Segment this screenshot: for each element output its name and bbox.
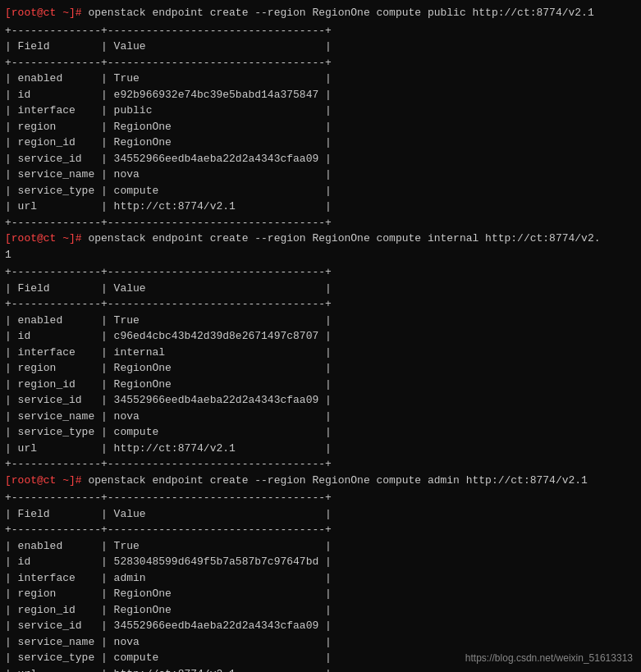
table-content: +--------------+------------------------…	[5, 264, 636, 473]
table-cmd1: +--------------+------------------------…	[5, 23, 636, 231]
table-content: +--------------+------------------------…	[5, 23, 636, 231]
watermark: https://blog.csdn.net/weixin_51613313	[465, 652, 633, 664]
table-content: +--------------+------------------------…	[5, 490, 636, 672]
command-cmd2: [root@ct ~]# openstack endpoint create -…	[5, 231, 636, 263]
command-prompt: [root@ct ~]#	[5, 7, 82, 19]
command-text: openstack endpoint create --region Regio…	[82, 474, 588, 487]
terminal-window: [root@ct ~]# openstack endpoint create -…	[0, 3, 641, 672]
command-text: openstack endpoint create --region Regio…	[82, 7, 594, 19]
command-cmd3: [root@ct ~]# openstack endpoint create -…	[5, 473, 636, 489]
command-text: openstack endpoint create --region Regio…	[5, 232, 601, 261]
command-prompt: [root@ct ~]#	[5, 474, 82, 487]
table-cmd3: +--------------+------------------------…	[5, 490, 636, 672]
command-prompt: [root@ct ~]#	[5, 232, 82, 245]
table-cmd2: +--------------+------------------------…	[5, 264, 636, 473]
command-cmd1: [root@ct ~]# openstack endpoint create -…	[5, 5, 636, 21]
